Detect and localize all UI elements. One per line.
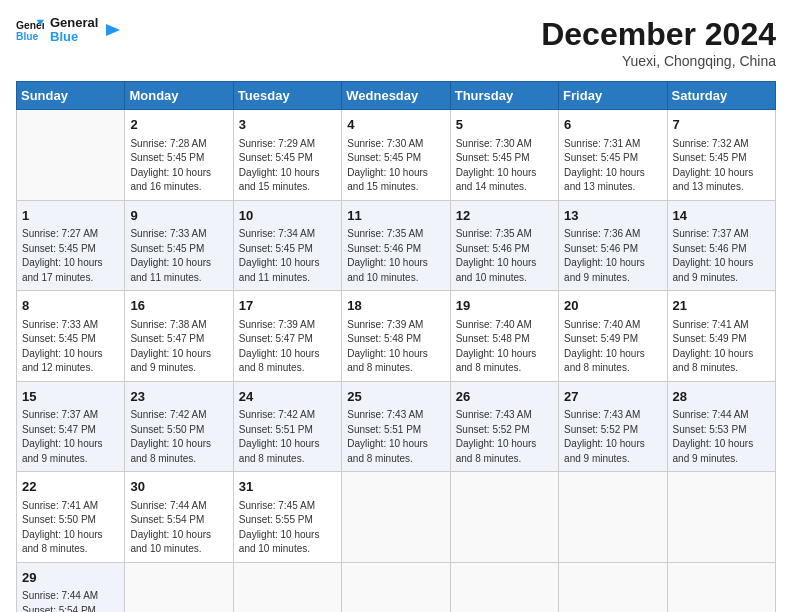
calendar-week-1: 1Sunrise: 7:27 AM Sunset: 5:45 PM Daylig… bbox=[17, 200, 776, 291]
day-number: 15 bbox=[22, 387, 119, 407]
calendar-cell bbox=[667, 562, 775, 612]
day-number: 30 bbox=[130, 477, 227, 497]
calendar-cell: 14Sunrise: 7:37 AM Sunset: 5:46 PM Dayli… bbox=[667, 200, 775, 291]
day-number: 16 bbox=[130, 296, 227, 316]
day-number: 21 bbox=[673, 296, 770, 316]
calendar-cell: 18Sunrise: 7:39 AM Sunset: 5:48 PM Dayli… bbox=[342, 291, 450, 382]
day-info: Sunrise: 7:37 AM Sunset: 5:46 PM Dayligh… bbox=[673, 227, 770, 285]
calendar-cell: 24Sunrise: 7:42 AM Sunset: 5:51 PM Dayli… bbox=[233, 381, 341, 472]
calendar-week-2: 8Sunrise: 7:33 AM Sunset: 5:45 PM Daylig… bbox=[17, 291, 776, 382]
calendar-cell bbox=[342, 562, 450, 612]
day-number: 9 bbox=[130, 206, 227, 226]
calendar-header-monday: Monday bbox=[125, 82, 233, 110]
calendar-header-wednesday: Wednesday bbox=[342, 82, 450, 110]
calendar-cell bbox=[17, 110, 125, 201]
calendar-cell: 22Sunrise: 7:41 AM Sunset: 5:50 PM Dayli… bbox=[17, 472, 125, 563]
calendar-cell: 11Sunrise: 7:35 AM Sunset: 5:46 PM Dayli… bbox=[342, 200, 450, 291]
calendar-cell: 27Sunrise: 7:43 AM Sunset: 5:52 PM Dayli… bbox=[559, 381, 667, 472]
day-number: 14 bbox=[673, 206, 770, 226]
calendar-header-saturday: Saturday bbox=[667, 82, 775, 110]
day-info: Sunrise: 7:45 AM Sunset: 5:55 PM Dayligh… bbox=[239, 499, 336, 557]
logo-icon: General Blue bbox=[16, 16, 44, 44]
calendar-cell bbox=[667, 472, 775, 563]
calendar-cell bbox=[342, 472, 450, 563]
svg-marker-3 bbox=[106, 24, 120, 36]
calendar-table: SundayMondayTuesdayWednesdayThursdayFrid… bbox=[16, 81, 776, 612]
day-info: Sunrise: 7:39 AM Sunset: 5:48 PM Dayligh… bbox=[347, 318, 444, 376]
page-header: General Blue General Blue December 2024 … bbox=[16, 16, 776, 69]
day-number: 8 bbox=[22, 296, 119, 316]
day-number: 10 bbox=[239, 206, 336, 226]
calendar-cell: 21Sunrise: 7:41 AM Sunset: 5:49 PM Dayli… bbox=[667, 291, 775, 382]
day-info: Sunrise: 7:36 AM Sunset: 5:46 PM Dayligh… bbox=[564, 227, 661, 285]
calendar-cell: 5Sunrise: 7:30 AM Sunset: 5:45 PM Daylig… bbox=[450, 110, 558, 201]
day-info: Sunrise: 7:43 AM Sunset: 5:52 PM Dayligh… bbox=[564, 408, 661, 466]
day-info: Sunrise: 7:44 AM Sunset: 5:54 PM Dayligh… bbox=[130, 499, 227, 557]
calendar-cell bbox=[450, 562, 558, 612]
day-info: Sunrise: 7:39 AM Sunset: 5:47 PM Dayligh… bbox=[239, 318, 336, 376]
day-number: 20 bbox=[564, 296, 661, 316]
calendar-cell: 13Sunrise: 7:36 AM Sunset: 5:46 PM Dayli… bbox=[559, 200, 667, 291]
day-number: 12 bbox=[456, 206, 553, 226]
calendar-cell: 10Sunrise: 7:34 AM Sunset: 5:45 PM Dayli… bbox=[233, 200, 341, 291]
day-number: 31 bbox=[239, 477, 336, 497]
calendar-cell: 6Sunrise: 7:31 AM Sunset: 5:45 PM Daylig… bbox=[559, 110, 667, 201]
logo-general: General bbox=[50, 16, 98, 30]
calendar-cell bbox=[559, 562, 667, 612]
day-number: 4 bbox=[347, 115, 444, 135]
calendar-cell: 23Sunrise: 7:42 AM Sunset: 5:50 PM Dayli… bbox=[125, 381, 233, 472]
day-info: Sunrise: 7:27 AM Sunset: 5:45 PM Dayligh… bbox=[22, 227, 119, 285]
calendar-cell: 30Sunrise: 7:44 AM Sunset: 5:54 PM Dayli… bbox=[125, 472, 233, 563]
day-number: 26 bbox=[456, 387, 553, 407]
month-title: December 2024 bbox=[541, 16, 776, 53]
calendar-cell: 20Sunrise: 7:40 AM Sunset: 5:49 PM Dayli… bbox=[559, 291, 667, 382]
svg-text:Blue: Blue bbox=[16, 32, 39, 43]
calendar-cell: 16Sunrise: 7:38 AM Sunset: 5:47 PM Dayli… bbox=[125, 291, 233, 382]
day-number: 29 bbox=[22, 568, 119, 588]
day-number: 2 bbox=[130, 115, 227, 135]
day-info: Sunrise: 7:40 AM Sunset: 5:48 PM Dayligh… bbox=[456, 318, 553, 376]
calendar-cell: 25Sunrise: 7:43 AM Sunset: 5:51 PM Dayli… bbox=[342, 381, 450, 472]
calendar-cell: 26Sunrise: 7:43 AM Sunset: 5:52 PM Dayli… bbox=[450, 381, 558, 472]
calendar-header-sunday: Sunday bbox=[17, 82, 125, 110]
day-info: Sunrise: 7:32 AM Sunset: 5:45 PM Dayligh… bbox=[673, 137, 770, 195]
day-number: 25 bbox=[347, 387, 444, 407]
day-number: 18 bbox=[347, 296, 444, 316]
calendar-header-thursday: Thursday bbox=[450, 82, 558, 110]
day-number: 28 bbox=[673, 387, 770, 407]
day-number: 13 bbox=[564, 206, 661, 226]
day-number: 5 bbox=[456, 115, 553, 135]
day-info: Sunrise: 7:28 AM Sunset: 5:45 PM Dayligh… bbox=[130, 137, 227, 195]
calendar-cell: 3Sunrise: 7:29 AM Sunset: 5:45 PM Daylig… bbox=[233, 110, 341, 201]
calendar-cell: 8Sunrise: 7:33 AM Sunset: 5:45 PM Daylig… bbox=[17, 291, 125, 382]
day-number: 24 bbox=[239, 387, 336, 407]
day-number: 7 bbox=[673, 115, 770, 135]
calendar-cell: 19Sunrise: 7:40 AM Sunset: 5:48 PM Dayli… bbox=[450, 291, 558, 382]
day-info: Sunrise: 7:42 AM Sunset: 5:50 PM Dayligh… bbox=[130, 408, 227, 466]
day-info: Sunrise: 7:41 AM Sunset: 5:49 PM Dayligh… bbox=[673, 318, 770, 376]
day-number: 27 bbox=[564, 387, 661, 407]
day-info: Sunrise: 7:41 AM Sunset: 5:50 PM Dayligh… bbox=[22, 499, 119, 557]
calendar-week-3: 15Sunrise: 7:37 AM Sunset: 5:47 PM Dayli… bbox=[17, 381, 776, 472]
day-info: Sunrise: 7:34 AM Sunset: 5:45 PM Dayligh… bbox=[239, 227, 336, 285]
calendar-header-tuesday: Tuesday bbox=[233, 82, 341, 110]
calendar-cell: 17Sunrise: 7:39 AM Sunset: 5:47 PM Dayli… bbox=[233, 291, 341, 382]
calendar-cell: 2Sunrise: 7:28 AM Sunset: 5:45 PM Daylig… bbox=[125, 110, 233, 201]
day-number: 1 bbox=[22, 206, 119, 226]
calendar-cell bbox=[233, 562, 341, 612]
day-number: 17 bbox=[239, 296, 336, 316]
calendar-week-5: 29Sunrise: 7:44 AM Sunset: 5:54 PM Dayli… bbox=[17, 562, 776, 612]
day-info: Sunrise: 7:35 AM Sunset: 5:46 PM Dayligh… bbox=[347, 227, 444, 285]
calendar-header-friday: Friday bbox=[559, 82, 667, 110]
day-info: Sunrise: 7:31 AM Sunset: 5:45 PM Dayligh… bbox=[564, 137, 661, 195]
calendar-cell bbox=[450, 472, 558, 563]
calendar-cell: 12Sunrise: 7:35 AM Sunset: 5:46 PM Dayli… bbox=[450, 200, 558, 291]
day-number: 22 bbox=[22, 477, 119, 497]
day-info: Sunrise: 7:38 AM Sunset: 5:47 PM Dayligh… bbox=[130, 318, 227, 376]
day-info: Sunrise: 7:42 AM Sunset: 5:51 PM Dayligh… bbox=[239, 408, 336, 466]
day-info: Sunrise: 7:35 AM Sunset: 5:46 PM Dayligh… bbox=[456, 227, 553, 285]
day-info: Sunrise: 7:44 AM Sunset: 5:53 PM Dayligh… bbox=[673, 408, 770, 466]
calendar-header-row: SundayMondayTuesdayWednesdayThursdayFrid… bbox=[17, 82, 776, 110]
day-number: 19 bbox=[456, 296, 553, 316]
calendar-cell: 29Sunrise: 7:44 AM Sunset: 5:54 PM Dayli… bbox=[17, 562, 125, 612]
